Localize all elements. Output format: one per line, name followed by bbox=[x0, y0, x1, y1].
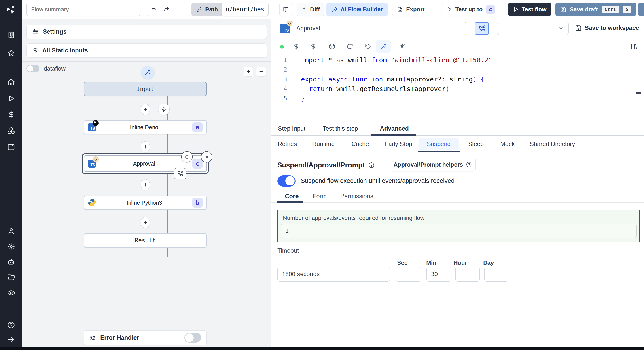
redo-button[interactable] bbox=[160, 3, 173, 16]
subtab-shared-directory[interactable]: Shared Directory bbox=[530, 141, 575, 148]
insert-step-button[interactable] bbox=[141, 217, 150, 228]
ai-step-wand-button[interactable] bbox=[141, 66, 154, 79]
overview-ruler-marker bbox=[636, 92, 641, 94]
ai-assistant-button[interactable] bbox=[376, 40, 391, 53]
tab-form[interactable]: Form bbox=[312, 193, 327, 200]
tab-test-this-step[interactable]: Test this step bbox=[323, 125, 358, 132]
step-node-inline-deno[interactable]: TS Inline Deno a bbox=[84, 120, 206, 134]
approvals-required-field[interactable] bbox=[281, 224, 636, 238]
library-button[interactable] bbox=[628, 40, 640, 53]
user-icon[interactable] bbox=[8, 227, 15, 235]
info-icon[interactable] bbox=[368, 162, 374, 168]
result-node[interactable]: Result bbox=[84, 233, 206, 248]
timeout-sec-field[interactable] bbox=[396, 267, 421, 282]
schedules-calendar-icon[interactable] bbox=[8, 143, 15, 151]
path-button[interactable]: Path bbox=[192, 3, 223, 16]
export-button[interactable]: Export bbox=[392, 3, 429, 16]
timeout-hour-input[interactable] bbox=[460, 271, 475, 278]
workers-robot-icon[interactable] bbox=[8, 258, 15, 266]
tab-core[interactable]: Core bbox=[285, 193, 299, 200]
workspace-building-icon[interactable] bbox=[8, 31, 15, 39]
timeout-sec-input[interactable] bbox=[401, 271, 416, 278]
suspend-indicator-chip[interactable] bbox=[174, 168, 186, 179]
favorites-star-icon[interactable] bbox=[7, 49, 15, 57]
subtab-sleep[interactable]: Sleep bbox=[468, 141, 484, 148]
flow-summary-input[interactable] bbox=[31, 6, 136, 13]
reset-button[interactable] bbox=[344, 40, 356, 53]
trigger-bolt-button[interactable] bbox=[158, 104, 170, 115]
code-line-5: } bbox=[287, 95, 305, 102]
magic-wand-icon bbox=[331, 6, 338, 12]
dollar-icon bbox=[293, 43, 300, 50]
timeout-min-input[interactable] bbox=[431, 271, 446, 278]
test-up-to-button[interactable]: Test up to c bbox=[442, 3, 500, 16]
collapse-arrow-right-icon[interactable] bbox=[8, 336, 15, 343]
settings-gear-icon[interactable] bbox=[8, 243, 15, 250]
approvals-required-box: Number of approvals/events required for … bbox=[277, 210, 640, 242]
variables-dollar-icon[interactable] bbox=[8, 111, 15, 118]
code-editor[interactable]: 1 import * as wmill from "windmill-clien… bbox=[271, 55, 644, 122]
zoom-out-button[interactable] bbox=[256, 67, 266, 77]
audit-eye-icon[interactable] bbox=[7, 289, 15, 297]
insert-step-button[interactable] bbox=[141, 179, 150, 190]
header-select[interactable] bbox=[497, 22, 569, 35]
runs-play-icon[interactable] bbox=[8, 95, 15, 102]
windmill-logo-icon[interactable] bbox=[6, 4, 16, 15]
path-value-field[interactable]: u/henri/bes bbox=[222, 3, 268, 16]
deploy-button-partial[interactable] bbox=[638, 3, 644, 16]
path-value: u/henri/bes bbox=[226, 6, 264, 13]
all-static-inputs-button[interactable]: All Static Inputs bbox=[26, 43, 267, 58]
timeout-total-input[interactable] bbox=[282, 271, 385, 278]
help-circle-icon[interactable] bbox=[8, 321, 15, 329]
timeout-min-field[interactable] bbox=[426, 267, 451, 282]
approvals-required-input[interactable] bbox=[285, 227, 632, 234]
zoom-in-button[interactable] bbox=[244, 67, 253, 77]
format-tag-button[interactable] bbox=[361, 40, 374, 53]
tab-step-input[interactable]: Step Input bbox=[278, 125, 306, 132]
resource-picker-button[interactable] bbox=[307, 40, 319, 53]
undo-redo-group bbox=[148, 3, 173, 16]
save-draft-label: Save draft bbox=[570, 6, 598, 13]
input-node[interactable]: Input bbox=[84, 82, 206, 96]
home-icon[interactable] bbox=[7, 78, 15, 86]
subtab-mock[interactable]: Mock bbox=[500, 141, 515, 148]
resources-cubes-icon[interactable] bbox=[7, 127, 15, 135]
approval-prompt-helpers-button[interactable]: Approval/Prompt helpers bbox=[390, 158, 476, 172]
timeout-total-field[interactable] bbox=[277, 267, 390, 282]
insert-step-button[interactable] bbox=[141, 141, 150, 153]
delete-step-button[interactable] bbox=[201, 151, 212, 163]
test-flow-button[interactable]: Test flow bbox=[508, 3, 551, 16]
step-title-input[interactable] bbox=[296, 25, 462, 32]
variable-picker-button[interactable] bbox=[290, 40, 302, 53]
subtab-cache[interactable]: Cache bbox=[352, 141, 369, 148]
subtab-early-stop[interactable]: Early Stop bbox=[384, 141, 412, 148]
timeout-day-field[interactable] bbox=[484, 267, 508, 282]
save-draft-button[interactable]: Save draft Ctrl S bbox=[556, 3, 636, 16]
save-to-workspace-button[interactable]: Save to workspace bbox=[575, 24, 639, 31]
dataflow-toggle[interactable] bbox=[26, 65, 39, 72]
tab-permissions[interactable]: Permissions bbox=[340, 193, 373, 200]
move-step-button[interactable] bbox=[181, 151, 193, 163]
docs-button[interactable] bbox=[279, 3, 292, 16]
step-node-inline-python3[interactable]: Inline Python3 b bbox=[84, 195, 206, 210]
subtab-retries[interactable]: Retries bbox=[278, 141, 297, 148]
subtab-runtime[interactable]: Runtime bbox=[312, 141, 335, 148]
package-button[interactable] bbox=[326, 40, 338, 53]
error-handler-toggle[interactable] bbox=[184, 333, 201, 343]
ai-flow-builder-button[interactable]: AI Flow Builder bbox=[326, 3, 388, 16]
suspend-phone-button[interactable] bbox=[474, 22, 489, 35]
diff-button[interactable]: Diff bbox=[296, 3, 324, 16]
flow-summary-field[interactable] bbox=[26, 3, 140, 16]
suspend-toggle[interactable] bbox=[277, 175, 296, 186]
folders-icon[interactable] bbox=[7, 273, 15, 282]
active-subtab-underline bbox=[418, 151, 460, 152]
insert-step-button[interactable] bbox=[141, 104, 150, 115]
flow-settings-button[interactable]: Settings bbox=[26, 24, 267, 39]
step-title-field[interactable] bbox=[292, 22, 466, 35]
timeout-day-input[interactable] bbox=[489, 271, 504, 278]
timeout-hour-field[interactable] bbox=[456, 267, 480, 282]
undo-button[interactable] bbox=[148, 3, 160, 16]
subtab-suspend[interactable]: Suspend bbox=[418, 138, 459, 150]
disable-assistant-button[interactable] bbox=[396, 40, 408, 53]
tab-advanced[interactable]: Advanced bbox=[380, 125, 409, 132]
